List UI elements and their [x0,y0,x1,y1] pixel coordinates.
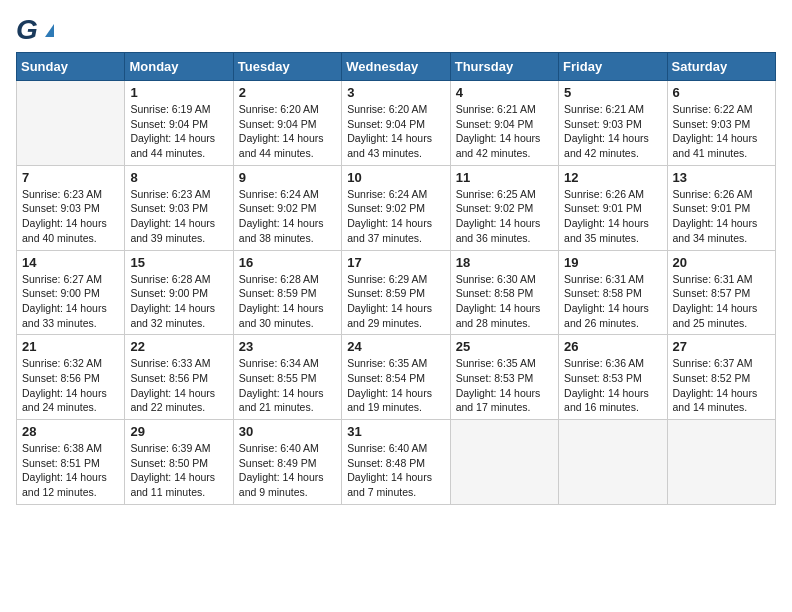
daylight-text: Daylight: 14 hours and 33 minutes. [22,301,119,330]
day-number: 21 [22,339,119,354]
day-number: 13 [673,170,770,185]
column-header-monday: Monday [125,53,233,81]
sunrise-text: Sunrise: 6:29 AM [347,272,444,287]
calendar-cell: 27Sunrise: 6:37 AMSunset: 8:52 PMDayligh… [667,335,775,420]
calendar-cell: 2Sunrise: 6:20 AMSunset: 9:04 PMDaylight… [233,81,341,166]
sunset-text: Sunset: 8:59 PM [347,286,444,301]
sunrise-text: Sunrise: 6:37 AM [673,356,770,371]
day-number: 24 [347,339,444,354]
daylight-text: Daylight: 14 hours and 30 minutes. [239,301,336,330]
sunset-text: Sunset: 8:48 PM [347,456,444,471]
calendar-cell: 15Sunrise: 6:28 AMSunset: 9:00 PMDayligh… [125,250,233,335]
sunset-text: Sunset: 8:55 PM [239,371,336,386]
column-header-thursday: Thursday [450,53,558,81]
sunset-text: Sunset: 9:00 PM [130,286,227,301]
sunset-text: Sunset: 8:56 PM [130,371,227,386]
daylight-text: Daylight: 14 hours and 9 minutes. [239,470,336,499]
sunset-text: Sunset: 9:04 PM [347,117,444,132]
day-number: 19 [564,255,661,270]
calendar-week-row: 7Sunrise: 6:23 AMSunset: 9:03 PMDaylight… [17,165,776,250]
day-number: 2 [239,85,336,100]
sunset-text: Sunset: 9:03 PM [22,201,119,216]
sunrise-text: Sunrise: 6:24 AM [347,187,444,202]
calendar-cell [559,420,667,505]
sunset-text: Sunset: 9:04 PM [130,117,227,132]
logo-triangle-icon [45,24,54,37]
sunrise-text: Sunrise: 6:32 AM [22,356,119,371]
sunrise-text: Sunrise: 6:31 AM [673,272,770,287]
sunset-text: Sunset: 8:59 PM [239,286,336,301]
sunrise-text: Sunrise: 6:33 AM [130,356,227,371]
sunset-text: Sunset: 8:52 PM [673,371,770,386]
sunrise-text: Sunrise: 6:20 AM [239,102,336,117]
column-header-wednesday: Wednesday [342,53,450,81]
sunrise-text: Sunrise: 6:21 AM [456,102,553,117]
day-number: 31 [347,424,444,439]
calendar-cell: 6Sunrise: 6:22 AMSunset: 9:03 PMDaylight… [667,81,775,166]
sunrise-text: Sunrise: 6:20 AM [347,102,444,117]
sunrise-text: Sunrise: 6:28 AM [130,272,227,287]
sunrise-text: Sunrise: 6:21 AM [564,102,661,117]
sunrise-text: Sunrise: 6:27 AM [22,272,119,287]
sunset-text: Sunset: 9:04 PM [456,117,553,132]
calendar-cell: 30Sunrise: 6:40 AMSunset: 8:49 PMDayligh… [233,420,341,505]
daylight-text: Daylight: 14 hours and 40 minutes. [22,216,119,245]
day-number: 23 [239,339,336,354]
sunrise-text: Sunrise: 6:23 AM [130,187,227,202]
daylight-text: Daylight: 14 hours and 17 minutes. [456,386,553,415]
sunrise-text: Sunrise: 6:28 AM [239,272,336,287]
daylight-text: Daylight: 14 hours and 37 minutes. [347,216,444,245]
daylight-text: Daylight: 14 hours and 11 minutes. [130,470,227,499]
daylight-text: Daylight: 14 hours and 38 minutes. [239,216,336,245]
calendar-cell: 21Sunrise: 6:32 AMSunset: 8:56 PMDayligh… [17,335,125,420]
day-number: 9 [239,170,336,185]
calendar-cell: 26Sunrise: 6:36 AMSunset: 8:53 PMDayligh… [559,335,667,420]
sunrise-text: Sunrise: 6:31 AM [564,272,661,287]
sunrise-text: Sunrise: 6:24 AM [239,187,336,202]
calendar-cell: 28Sunrise: 6:38 AMSunset: 8:51 PMDayligh… [17,420,125,505]
column-header-saturday: Saturday [667,53,775,81]
calendar-cell [667,420,775,505]
calendar-cell: 13Sunrise: 6:26 AMSunset: 9:01 PMDayligh… [667,165,775,250]
daylight-text: Daylight: 14 hours and 14 minutes. [673,386,770,415]
calendar-table: SundayMondayTuesdayWednesdayThursdayFrid… [16,52,776,505]
calendar-cell: 10Sunrise: 6:24 AMSunset: 9:02 PMDayligh… [342,165,450,250]
sunset-text: Sunset: 8:58 PM [456,286,553,301]
daylight-text: Daylight: 14 hours and 12 minutes. [22,470,119,499]
sunrise-text: Sunrise: 6:22 AM [673,102,770,117]
day-number: 28 [22,424,119,439]
day-number: 30 [239,424,336,439]
calendar-cell: 11Sunrise: 6:25 AMSunset: 9:02 PMDayligh… [450,165,558,250]
sunset-text: Sunset: 8:53 PM [564,371,661,386]
daylight-text: Daylight: 14 hours and 44 minutes. [130,131,227,160]
day-number: 22 [130,339,227,354]
calendar-cell: 4Sunrise: 6:21 AMSunset: 9:04 PMDaylight… [450,81,558,166]
day-number: 8 [130,170,227,185]
sunrise-text: Sunrise: 6:34 AM [239,356,336,371]
day-number: 20 [673,255,770,270]
calendar-cell: 12Sunrise: 6:26 AMSunset: 9:01 PMDayligh… [559,165,667,250]
sunset-text: Sunset: 8:51 PM [22,456,119,471]
daylight-text: Daylight: 14 hours and 22 minutes. [130,386,227,415]
calendar-week-row: 1Sunrise: 6:19 AMSunset: 9:04 PMDaylight… [17,81,776,166]
daylight-text: Daylight: 14 hours and 26 minutes. [564,301,661,330]
daylight-text: Daylight: 14 hours and 25 minutes. [673,301,770,330]
sunset-text: Sunset: 9:03 PM [130,201,227,216]
sunset-text: Sunset: 9:03 PM [673,117,770,132]
sunset-text: Sunset: 8:56 PM [22,371,119,386]
calendar-cell: 5Sunrise: 6:21 AMSunset: 9:03 PMDaylight… [559,81,667,166]
day-number: 25 [456,339,553,354]
sunset-text: Sunset: 9:01 PM [564,201,661,216]
calendar-cell: 18Sunrise: 6:30 AMSunset: 8:58 PMDayligh… [450,250,558,335]
calendar-cell: 22Sunrise: 6:33 AMSunset: 8:56 PMDayligh… [125,335,233,420]
sunrise-text: Sunrise: 6:26 AM [673,187,770,202]
sunset-text: Sunset: 8:57 PM [673,286,770,301]
calendar-cell: 16Sunrise: 6:28 AMSunset: 8:59 PMDayligh… [233,250,341,335]
day-number: 1 [130,85,227,100]
sunrise-text: Sunrise: 6:26 AM [564,187,661,202]
sunrise-text: Sunrise: 6:23 AM [22,187,119,202]
page-header: G [16,16,776,44]
calendar-cell: 7Sunrise: 6:23 AMSunset: 9:03 PMDaylight… [17,165,125,250]
day-number: 7 [22,170,119,185]
calendar-week-row: 14Sunrise: 6:27 AMSunset: 9:00 PMDayligh… [17,250,776,335]
